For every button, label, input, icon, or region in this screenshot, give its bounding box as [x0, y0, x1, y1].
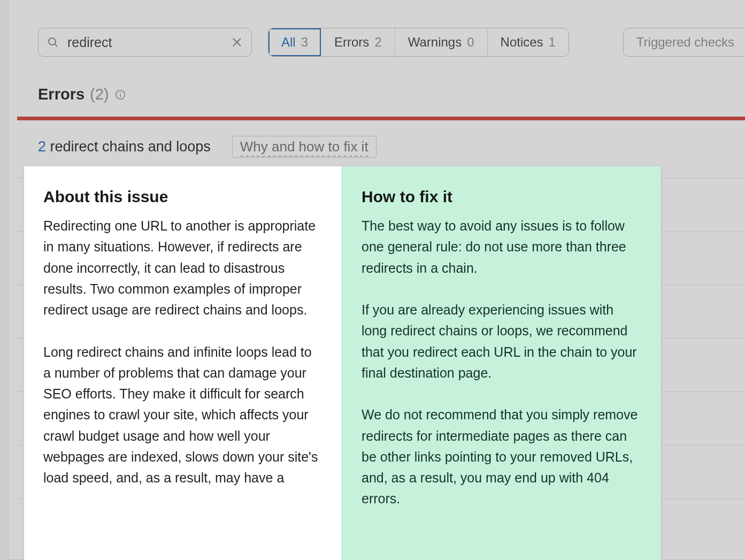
issue-link[interactable]: 2 redirect chains and loops [38, 139, 211, 155]
filter-tab-all[interactable]: All 3 [268, 28, 321, 56]
filter-tab-errors[interactable]: Errors 2 [321, 28, 395, 56]
info-icon[interactable] [114, 89, 126, 101]
filter-tab-count: 2 [374, 35, 381, 50]
triggered-checks-label: Triggered checks [636, 35, 734, 50]
filter-tabs: All 3 Errors 2 Warnings 0 Notices 1 [268, 28, 569, 57]
why-and-how-button[interactable]: Why and how to fix it [232, 136, 377, 158]
errors-severity-bar [17, 117, 745, 120]
filter-tab-label: All [281, 35, 296, 50]
filter-tab-label: Warnings [408, 35, 462, 50]
about-column: About this issue Redirecting one URL to … [24, 166, 342, 560]
filter-tab-label: Notices [501, 35, 543, 50]
search-input[interactable] [38, 28, 252, 57]
fix-heading: How to fix it [362, 188, 641, 206]
triggered-checks-button[interactable]: Triggered checks [623, 28, 745, 57]
issue-row: 2 redirect chains and loops Why and how … [38, 136, 377, 158]
errors-title: Errors [38, 86, 85, 103]
filter-tab-count: 1 [549, 35, 556, 50]
svg-point-0 [49, 38, 56, 45]
about-heading: About this issue [43, 188, 322, 206]
about-body: Redirecting one URL to another is approp… [43, 216, 322, 488]
search-icon [47, 36, 59, 49]
filter-tab-warnings[interactable]: Warnings 0 [395, 28, 488, 56]
toolbar: All 3 Errors 2 Warnings 0 Notices 1 Trig… [38, 28, 745, 57]
filter-tab-notices[interactable]: Notices 1 [488, 28, 569, 56]
errors-section-header: Errors (2) [38, 86, 126, 103]
filter-tab-count: 0 [467, 35, 474, 50]
clear-search-icon[interactable] [231, 36, 243, 49]
svg-line-1 [55, 44, 57, 47]
errors-count: (2) [90, 86, 109, 103]
fix-body: The best way to avoid any issues is to f… [362, 216, 641, 510]
issue-text-label: redirect chains and loops [50, 139, 211, 155]
filter-tab-label: Errors [334, 35, 369, 50]
issue-explainer-popup: About this issue Redirecting one URL to … [24, 166, 660, 560]
why-and-how-label: Why and how to fix it [240, 139, 368, 157]
search-field-wrap [38, 28, 252, 57]
issue-count: 2 [38, 139, 46, 155]
filter-tab-count: 3 [301, 35, 308, 50]
fix-column: How to fix it The best way to avoid any … [342, 166, 660, 560]
svg-point-6 [120, 91, 121, 93]
